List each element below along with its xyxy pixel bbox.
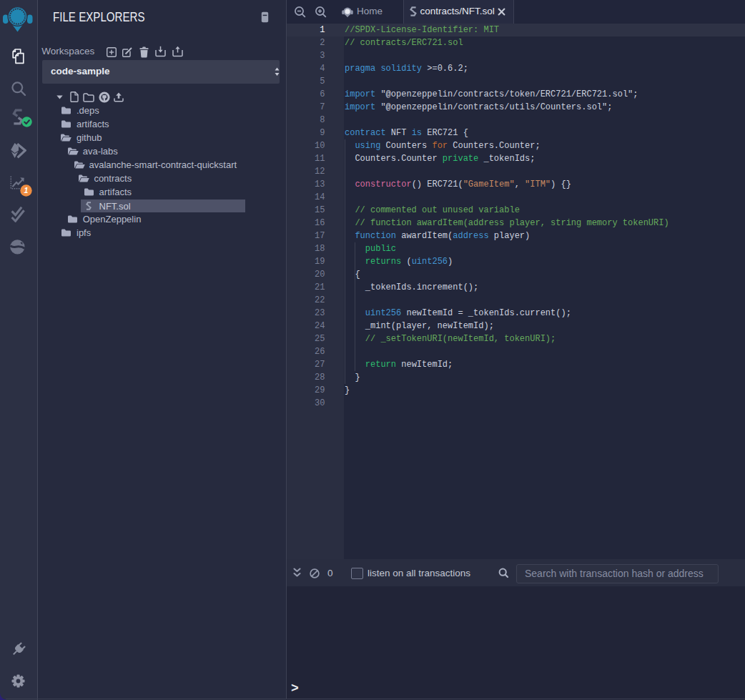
svg-text:1: 1 xyxy=(24,186,29,194)
